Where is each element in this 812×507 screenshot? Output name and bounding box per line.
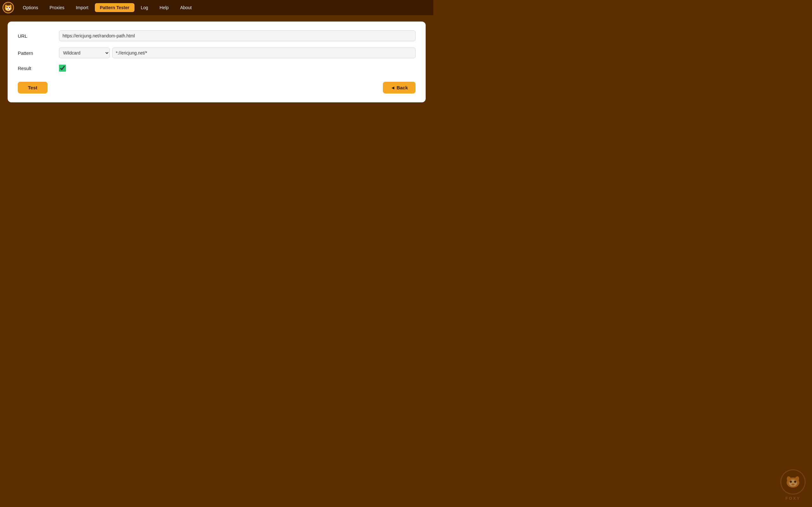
nav-item-pattern-tester[interactable]: Pattern Tester <box>95 3 135 12</box>
nav-item-options[interactable]: Options <box>18 3 43 12</box>
nav-item-about[interactable]: About <box>175 3 197 12</box>
url-label: URL <box>18 33 59 39</box>
card-footer: Test ◄ Back <box>18 82 415 94</box>
result-row: Result <box>18 65 415 72</box>
pattern-label: Pattern <box>18 50 59 56</box>
result-checkbox <box>59 65 66 72</box>
pattern-type-select[interactable]: Wildcard Regex Exact <box>59 48 110 58</box>
nav-item-import[interactable]: Import <box>71 3 94 12</box>
pattern-tester-card: URL Pattern Wildcard Regex Exact Result … <box>8 21 426 102</box>
url-row: URL <box>18 31 415 41</box>
navbar: Options Proxies Import Pattern Tester Lo… <box>0 0 433 15</box>
back-button[interactable]: ◄ Back <box>383 82 415 94</box>
svg-point-7 <box>7 9 9 10</box>
url-input[interactable] <box>59 31 415 41</box>
result-label: Result <box>18 66 59 71</box>
app-logo <box>3 2 14 13</box>
nav-item-log[interactable]: Log <box>136 3 153 12</box>
svg-point-5 <box>7 7 8 8</box>
svg-point-6 <box>9 7 10 8</box>
pattern-row: Pattern Wildcard Regex Exact <box>18 48 415 58</box>
nav-item-help[interactable]: Help <box>154 3 174 12</box>
pattern-value-input[interactable] <box>112 48 415 58</box>
nav-item-proxies[interactable]: Proxies <box>44 3 69 12</box>
main-content: URL Pattern Wildcard Regex Exact Result … <box>0 15 433 109</box>
pattern-inputs: Wildcard Regex Exact <box>59 48 415 58</box>
test-button[interactable]: Test <box>18 82 48 94</box>
